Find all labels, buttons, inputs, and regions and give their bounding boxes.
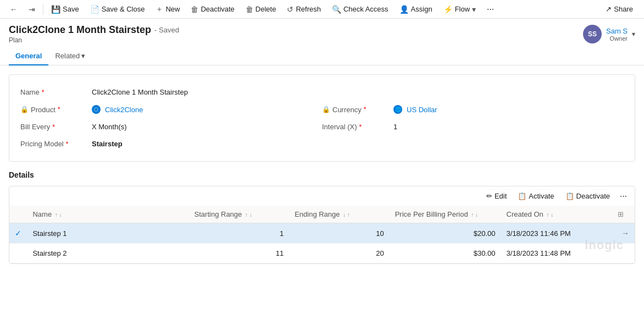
main-content: Name * Click2Clone 1 Month Stairstep 🔒 P… [0, 65, 644, 277]
new-button[interactable]: ＋ New [150, 0, 185, 19]
form-col-left: 🔒 Product * ⬡ Click2Clone Bill Every * X… [20, 101, 322, 152]
field-interval-label: Interval (X) * [322, 123, 393, 131]
field-pricing-model-value: Stairstep [92, 140, 123, 148]
share-button[interactable]: ↗ Share [599, 0, 640, 19]
activate-icon: 📋 [518, 192, 526, 200]
tab-related-chevron-icon: ▾ [81, 52, 85, 60]
required-star-currency: * [364, 106, 367, 113]
field-currency-label: 🔒 Currency * [322, 106, 393, 114]
refresh-icon: ↺ [287, 5, 293, 14]
filter-icon[interactable]: ⊞ [618, 210, 624, 218]
sub-more-button[interactable]: ⋯ [617, 190, 630, 202]
divider-1 [43, 4, 43, 15]
field-bill-every-value: X Month(s) [92, 123, 127, 131]
col-header-starting[interactable]: Starting Range ↑ ↓ [189, 206, 290, 223]
saved-badge: - Saved [154, 26, 179, 34]
save-button[interactable]: 💾 Save [46, 0, 85, 19]
assign-button[interactable]: 👤 Assign [394, 0, 438, 19]
table-row[interactable]: ✓ Stairstep 1 1 10 $20.00 3/18/2023 11:4… [9, 223, 635, 244]
page-title-area: Click2Clone 1 Month Stairstep - Saved [9, 24, 179, 36]
flow-icon: ⚡ [443, 5, 453, 14]
flow-button[interactable]: ⚡ Flow ▾ [438, 0, 481, 19]
col-header-price[interactable]: Price Per Billing Period ↑ ↓ [390, 206, 501, 223]
row-created-2: 3/18/2023 11:48 PM [501, 244, 613, 263]
row-name-1[interactable]: Stairstep 1 [27, 223, 188, 244]
col-header-action: ⊞ [612, 206, 635, 223]
flow-chevron-icon: ▾ [472, 5, 476, 14]
form-card: Name * Click2Clone 1 Month Stairstep 🔒 P… [9, 74, 635, 162]
field-bill-every: Bill Every * X Month(s) [20, 118, 322, 135]
edit-label: Edit [495, 192, 507, 200]
row-price-2: $30.00 [390, 244, 501, 263]
share-icon: ↗ [606, 5, 612, 13]
avatar: SS [583, 25, 602, 43]
col-header-created[interactable]: Created On ↑ ↓ [501, 206, 613, 223]
tab-general[interactable]: General [9, 47, 48, 65]
check-icon-1: ✓ [15, 229, 21, 238]
activate-label: Activate [529, 192, 554, 200]
page-title: Click2Clone 1 Month Stairstep [9, 24, 151, 36]
flow-label: Flow [455, 5, 470, 13]
check-access-icon: 🔍 [332, 5, 341, 14]
more-icon: ⋯ [487, 5, 494, 13]
col-header-ending[interactable]: Ending Range ↓ ↑ [289, 206, 390, 223]
table-header-row: Name ↑ ↓ Starting Range ↑ ↓ Ending Range… [9, 206, 635, 223]
refresh-button[interactable]: ↺ Refresh [281, 0, 326, 19]
deactivate-icon: 🗑 [191, 5, 198, 14]
user-chevron-icon[interactable]: ▾ [632, 30, 635, 38]
back-button[interactable]: ← [4, 0, 23, 19]
row-ending-2: 20 [289, 244, 390, 263]
field-product-value[interactable]: ⬡ Click2Clone [92, 105, 143, 114]
field-bill-every-label: Bill Every * [20, 123, 92, 131]
new-icon: ＋ [156, 4, 163, 14]
user-name[interactable]: Sam S [606, 27, 628, 35]
sort-created-icon: ↑ ↓ [546, 212, 553, 218]
lock-icon-currency: 🔒 [322, 106, 330, 113]
assign-label: Assign [411, 5, 432, 13]
row-price-1: $20.00 [390, 223, 501, 244]
activate-button[interactable]: 📋 Activate [513, 190, 558, 202]
delete-icon: 🗑 [246, 5, 253, 14]
field-currency: 🔒 Currency * 🌐 US Dollar [322, 101, 624, 118]
currency-icon: 🌐 [393, 105, 402, 114]
sub-deactivate-button[interactable]: 📋 Deactivate [561, 190, 614, 202]
deactivate-button[interactable]: 🗑 Deactivate [185, 0, 240, 19]
table-body: ✓ Stairstep 1 1 10 $20.00 3/18/2023 11:4… [9, 223, 635, 263]
field-currency-value[interactable]: 🌐 US Dollar [393, 105, 437, 114]
form-col-right: 🔒 Currency * 🌐 US Dollar Interval (X) * … [322, 101, 624, 152]
more-button[interactable]: ⋯ [481, 0, 499, 19]
edit-button[interactable]: ✏ Edit [482, 190, 511, 202]
save-close-button[interactable]: 📄 Save & Close [85, 0, 151, 19]
row-checkbox-2[interactable] [9, 244, 27, 263]
lock-icon-product: 🔒 [20, 106, 29, 113]
edit-icon: ✏ [486, 192, 492, 200]
row-action-1[interactable]: → [612, 223, 635, 244]
required-star-bill-every: * [52, 123, 55, 131]
toolbar: ← ⇥ 💾 Save 📄 Save & Close ＋ New 🗑 Deacti… [0, 0, 644, 19]
row-action-2 [612, 244, 635, 263]
field-interval-value: 1 [393, 123, 397, 131]
field-pricing-model: Pricing Model * Stairstep [20, 135, 322, 152]
field-name: Name * Click2Clone 1 Month Stairstep [20, 84, 624, 101]
row-name-2[interactable]: Stairstep 2 [27, 244, 188, 263]
col-header-name[interactable]: Name ↑ ↓ [27, 206, 188, 223]
sort-ending-icon: ↓ ↑ [343, 212, 350, 218]
page-subtitle: Plan [9, 36, 179, 44]
user-role: Owner [606, 35, 628, 42]
share-label: Share [614, 5, 633, 13]
back-icon: ← [10, 5, 18, 14]
delete-button[interactable]: 🗑 Delete [240, 0, 282, 19]
row-checkbox-1[interactable]: ✓ [9, 223, 27, 244]
sort-starting-icon: ↑ ↓ [245, 212, 252, 218]
check-access-button[interactable]: 🔍 Check Access [326, 0, 394, 19]
tab-related[interactable]: Related ▾ [48, 47, 92, 65]
forward-icon: ⇥ [29, 5, 35, 14]
field-product-label: 🔒 Product * [20, 106, 92, 114]
table-row[interactable]: Stairstep 2 11 20 $30.00 3/18/2023 11:48… [9, 244, 635, 263]
user-area: SS Sam S Owner ▾ [583, 25, 635, 43]
row-created-1: 3/18/2023 11:46 PM [501, 223, 613, 244]
row-arrow-icon-1[interactable]: → [621, 229, 629, 238]
tab-general-label: General [15, 52, 42, 60]
sub-deactivate-label: Deactivate [576, 192, 610, 200]
forward-button[interactable]: ⇥ [23, 0, 41, 19]
